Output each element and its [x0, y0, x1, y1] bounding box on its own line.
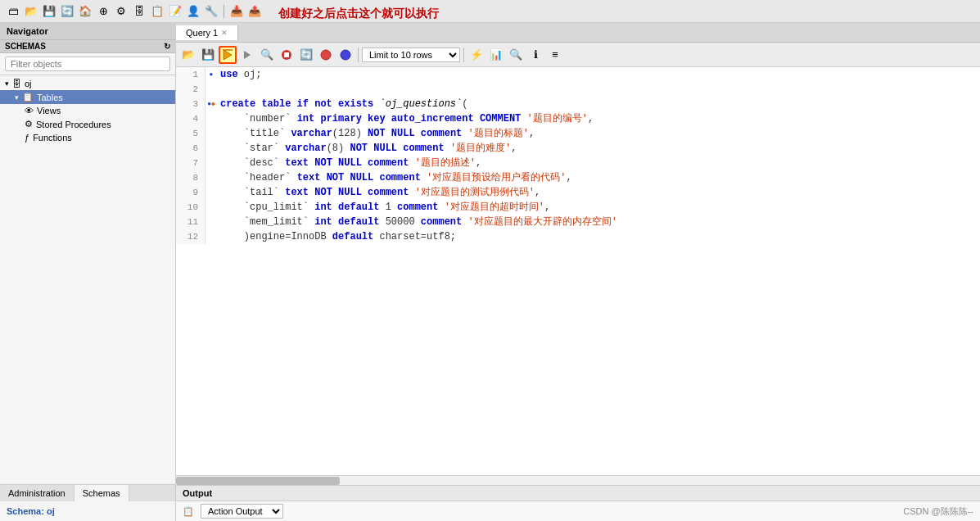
- toolbar-export[interactable]: 📤: [246, 3, 263, 20]
- line-content: `desc` text NOT NULL comment '题目的描述',: [217, 156, 980, 170]
- query-tabs-bar: Query 1 ✕: [176, 23, 980, 43]
- top-toolbar: 🗃 📂 💾 🔄 🏠 ⊕ ⚙ 🗄 📋 📝 👤 🔧 📥 📤: [0, 0, 980, 23]
- svg-rect-4: [284, 52, 289, 57]
- schema-info-value: oj: [47, 506, 55, 516]
- tree-label-views: Views: [37, 106, 61, 116]
- line-number: 2: [176, 82, 205, 97]
- line-content: `number` int primary key auto_increment …: [217, 111, 980, 126]
- code-line: 10 `cpu_limit` int default 1 comment '对应…: [176, 200, 980, 215]
- code-line: 6 `star` varchar(8) NOT NULL comment '题目…: [176, 141, 980, 156]
- query-tab-1-label: Query 1: [186, 28, 218, 38]
- qtoolbar-visual-explain[interactable]: 📊: [487, 46, 505, 64]
- line-content: `header` text NOT NULL comment '对应题目预设给用…: [217, 170, 980, 185]
- main-layout: Navigator SCHEMAS ↻ ▾ 🗄 oj ▾ 📋 Tables: [0, 23, 980, 521]
- code-line: 12 )engine=InnoDB default charset=utf8;: [176, 229, 980, 244]
- tree-item-tables[interactable]: ▾ 📋 Tables: [0, 90, 175, 104]
- qtoolbar-zoom[interactable]: 🔍: [507, 46, 525, 64]
- h-scroll-thumb[interactable]: [176, 477, 340, 485]
- tree-item-stored-procs[interactable]: ⚙ Stored Procedures: [0, 117, 175, 131]
- csdn-watermark: CSDN @陈陈陈--: [903, 505, 973, 518]
- qtoolbar-execute-current[interactable]: [238, 46, 256, 64]
- code-lines: 1●use oj;23●◆create table if not exists …: [176, 67, 980, 475]
- toolbar-edit[interactable]: 📝: [167, 3, 183, 20]
- svg-marker-0: [224, 50, 232, 60]
- toolbar-home[interactable]: 🏠: [77, 3, 93, 20]
- output-toolbar: 📋 Action Output History Output Text Outp…: [176, 501, 980, 521]
- toolbar-sep1: [224, 5, 224, 18]
- code-line: 2: [176, 82, 980, 97]
- tab-schemas[interactable]: Schemas: [75, 485, 129, 501]
- code-line: 5 `title` varchar(128) NOT NULL comment …: [176, 126, 980, 141]
- qtoolbar-save[interactable]: 💾: [199, 46, 217, 64]
- toolbar-import[interactable]: 📥: [228, 3, 245, 20]
- filter-input[interactable]: [5, 57, 170, 71]
- tree-label-stored-procs: Stored Procedures: [36, 120, 111, 129]
- line-content: `star` varchar(8) NOT NULL comment '题目的难…: [217, 141, 980, 156]
- line-number: 10: [176, 200, 205, 215]
- stored-procs-icon: ⚙: [25, 119, 33, 129]
- svg-point-6: [341, 50, 350, 60]
- query-tab-1-close[interactable]: ✕: [221, 29, 228, 37]
- code-line: 7 `desc` text NOT NULL comment '题目的描述',: [176, 156, 980, 170]
- qtoolbar-sep2: [463, 48, 464, 62]
- line-number: 5: [176, 126, 205, 141]
- line-dot: ●: [205, 67, 217, 82]
- toolbar-table[interactable]: 📋: [149, 3, 165, 20]
- qtoolbar-open[interactable]: 📂: [179, 46, 197, 64]
- code-line: 9 `tail` text NOT NULL comment '对应题目的测试用…: [176, 185, 980, 200]
- tree-label-oj: oj: [25, 79, 32, 88]
- code-editor[interactable]: 1●use oj;23●◆create table if not exists …: [176, 67, 980, 475]
- line-content: `cpu_limit` int default 1 comment '对应题目的…: [217, 200, 980, 215]
- toolbar-add[interactable]: ⊕: [95, 3, 111, 20]
- tree-label-tables: Tables: [37, 93, 63, 102]
- qtoolbar-execute[interactable]: [219, 46, 237, 64]
- table-icon: 📋: [22, 92, 34, 102]
- toolbar-open[interactable]: 📂: [23, 3, 39, 20]
- line-content: use oj;: [217, 67, 980, 82]
- schema-info-label: Schema:: [7, 506, 44, 516]
- limit-select[interactable]: Limit to 10 rows Limit to 100 rows Limit…: [362, 48, 460, 62]
- sidebar: Navigator SCHEMAS ↻ ▾ 🗄 oj ▾ 📋 Tables: [0, 23, 176, 521]
- tree-icon-oj: 🗄: [12, 79, 21, 88]
- line-number: 4: [176, 111, 205, 126]
- toolbar-user[interactable]: 👤: [185, 3, 201, 20]
- qtoolbar-explain[interactable]: ⚡: [467, 46, 485, 64]
- svg-point-5: [321, 50, 331, 60]
- tree-item-oj[interactable]: ▾ 🗄 oj: [0, 77, 175, 90]
- line-number: 12: [176, 229, 205, 244]
- tree-item-functions[interactable]: ƒ Functions: [0, 131, 175, 144]
- toolbar-new-file[interactable]: 🗃: [5, 3, 21, 20]
- qtoolbar-rollback[interactable]: [336, 46, 355, 64]
- horizontal-scrollbar[interactable]: [176, 475, 980, 485]
- qtoolbar-search[interactable]: 🔍: [258, 46, 276, 64]
- line-content: )engine=InnoDB default charset=utf8;: [217, 229, 980, 244]
- qtoolbar-stop[interactable]: [278, 46, 296, 64]
- tree-item-views[interactable]: 👁 Views: [0, 104, 175, 117]
- line-number: 1: [176, 67, 205, 82]
- functions-icon: ƒ: [25, 133, 29, 143]
- line-number: 7: [176, 156, 205, 170]
- code-line: 11 `mem_limit` int default 50000 comment…: [176, 215, 980, 229]
- tree-arrow-tables: ▾: [15, 93, 19, 102]
- qtoolbar-format[interactable]: ≡: [546, 46, 564, 64]
- qtoolbar-refresh[interactable]: 🔄: [297, 46, 315, 64]
- toolbar-gear[interactable]: ⚙: [113, 3, 129, 20]
- toolbar-save[interactable]: 💾: [41, 3, 57, 20]
- qtoolbar-info[interactable]: ℹ: [526, 46, 544, 64]
- toolbar-schema[interactable]: 🔧: [203, 3, 219, 20]
- output-type-select[interactable]: Action Output History Output Text Output: [201, 504, 283, 519]
- tab-administration[interactable]: Administration: [0, 485, 75, 501]
- line-number: 9: [176, 185, 205, 200]
- content-area: Query 1 ✕ 📂 💾 🔍: [176, 23, 980, 521]
- code-line: 8 `header` text NOT NULL comment '对应题目预设…: [176, 170, 980, 185]
- schemas-refresh-icon[interactable]: ↻: [164, 42, 170, 51]
- qtoolbar-sep1: [358, 48, 359, 62]
- qtoolbar-commit[interactable]: [317, 46, 335, 64]
- code-line: 3●◆create table if not exists `oj_questi…: [176, 97, 980, 111]
- line-number: 11: [176, 215, 205, 229]
- line-content: create table if not exists `oj_questions…: [217, 97, 980, 111]
- query-tab-1[interactable]: Query 1 ✕: [176, 25, 238, 40]
- svg-marker-2: [244, 51, 251, 59]
- toolbar-refresh[interactable]: 🔄: [59, 3, 75, 20]
- toolbar-db[interactable]: 🗄: [131, 3, 147, 20]
